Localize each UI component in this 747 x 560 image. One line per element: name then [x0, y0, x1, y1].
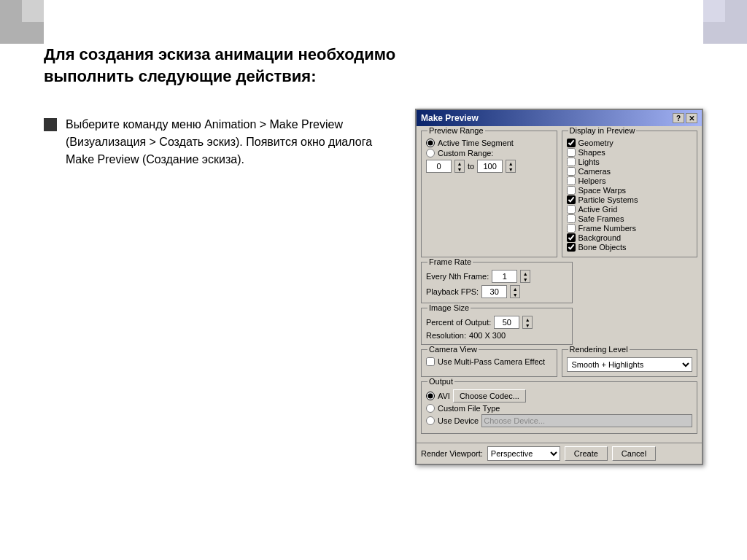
resolution-label: Resolution: — [426, 331, 466, 340]
preview-range-label: Preview Range — [427, 126, 485, 135]
display-checkbox-background[interactable] — [567, 233, 576, 242]
custom-range-radio[interactable] — [426, 149, 435, 158]
display-checkbox-row: Particle Systems — [567, 195, 693, 204]
display-checkbox-geometry[interactable] — [567, 139, 576, 147]
render-viewport-select[interactable]: Perspective Top Front Left Camera User — [487, 446, 560, 461]
playback-fps-up[interactable]: ▲ — [511, 286, 519, 292]
percent-row: Percent of Output: ▲ ▼ — [426, 316, 568, 329]
output-custom-label: Custom File Type — [438, 404, 500, 413]
display-checkbox-label: Bone Objects — [578, 243, 627, 252]
display-checkbox-label: Background — [578, 233, 622, 242]
heading-line2: выполнить следующие действия: — [44, 67, 316, 85]
frame-rate-label: Frame Rate — [427, 257, 473, 266]
display-checkbox-row: Space Warps — [567, 186, 693, 195]
text-block: Выберите команду меню Animation > Make P… — [44, 109, 393, 168]
custom-range-radio-row: Custom Range: — [426, 149, 552, 158]
every-nth-arrows: ▲ ▼ — [520, 270, 530, 283]
output-custom-radio[interactable] — [426, 404, 435, 413]
percent-input[interactable] — [494, 316, 519, 329]
bullet-icon — [44, 118, 57, 131]
percent-label: Percent of Output: — [426, 318, 491, 327]
range-to-input[interactable] — [477, 160, 503, 173]
camera-view-group: Camera View Use Multi-Pass Camera Effect — [421, 349, 557, 377]
camera-view-label: Camera View — [427, 345, 479, 354]
frame-rate-group: Frame Rate Every Nth Frame: ▲ ▼ — [421, 262, 573, 303]
create-button[interactable]: Create — [565, 446, 608, 461]
titlebar-buttons: ? ✕ — [673, 113, 697, 123]
playback-fps-arrows: ▲ ▼ — [510, 285, 520, 298]
corner-decoration-tl — [0, 0, 44, 44]
output-device-radio[interactable] — [426, 416, 435, 425]
every-nth-row: Every Nth Frame: ▲ ▼ — [426, 270, 568, 283]
display-checkbox-label: Particle Systems — [578, 195, 638, 204]
display-checkbox-row: Geometry — [567, 139, 693, 147]
display-checkbox-label: Geometry — [578, 139, 614, 147]
display-checkbox-row: Helpers — [567, 176, 693, 185]
range-to-down[interactable]: ▼ — [506, 166, 515, 172]
display-checkbox-shapes[interactable] — [567, 148, 576, 157]
page-heading: Для создания эскиза анимации необходимо … — [44, 44, 703, 87]
display-checkbox-label: Shapes — [578, 148, 605, 157]
display-checkbox-frame-numbers[interactable] — [567, 224, 576, 233]
output-group: Output AVI Choose Codec... Custom File T… — [421, 381, 697, 434]
every-nth-label: Every Nth Frame: — [426, 272, 489, 281]
display-checkbox-particle-systems[interactable] — [567, 195, 576, 204]
display-checkbox-row: Bone Objects — [567, 243, 693, 252]
display-checkbox-lights[interactable] — [567, 158, 576, 166]
range-from-input[interactable] — [426, 160, 452, 173]
display-checkbox-bone-objects[interactable] — [567, 243, 576, 252]
percent-arrows: ▲ ▼ — [522, 316, 533, 329]
rendering-level-select[interactable]: Smooth + Highlights Smooth Facets + High… — [567, 357, 693, 372]
output-device-row: Use Device — [426, 414, 692, 427]
multipass-camera-checkbox[interactable] — [426, 357, 435, 366]
every-nth-up[interactable]: ▲ — [521, 271, 530, 276]
percent-down[interactable]: ▼ — [523, 322, 532, 328]
bullet-text: Выберите команду меню Animation > Make P… — [66, 116, 393, 168]
resolution-value: 400 X 300 — [469, 331, 506, 340]
range-from-up[interactable]: ▲ — [455, 160, 464, 166]
help-button[interactable]: ? — [673, 113, 684, 123]
camera-rendering-row: Camera View Use Multi-Pass Camera Effect… — [421, 349, 697, 377]
output-avi-radio[interactable] — [426, 392, 435, 400]
active-time-radio[interactable] — [426, 139, 435, 147]
every-nth-input[interactable] — [492, 270, 517, 283]
close-button[interactable]: ✕ — [686, 113, 697, 123]
display-checkbox-label: Helpers — [578, 176, 606, 185]
range-spinner-row: ▲ ▼ to ▲ ▼ — [426, 160, 552, 173]
output-custom-row: Custom File Type — [426, 404, 692, 413]
display-checkbox-label: Active Grid — [578, 205, 618, 214]
display-checkbox-active-grid[interactable] — [567, 205, 576, 214]
display-checkbox-cameras[interactable] — [567, 167, 576, 176]
image-size-label: Image Size — [427, 303, 471, 312]
output-device-label: Use Device — [438, 416, 479, 425]
to-label: to — [468, 162, 474, 171]
display-checkbox-row: Lights — [567, 158, 693, 166]
playback-fps-input[interactable] — [481, 285, 507, 298]
every-nth-down[interactable]: ▼ — [521, 276, 530, 282]
percent-up[interactable]: ▲ — [523, 316, 532, 322]
playback-fps-down[interactable]: ▼ — [511, 292, 519, 298]
cancel-button[interactable]: Cancel — [612, 446, 656, 461]
display-in-preview-group: Display in Preview GeometryShapesLightsC… — [562, 131, 698, 257]
active-time-radio-row: Active Time Segment — [426, 139, 552, 147]
bullet-item: Выберите команду меню Animation > Make P… — [44, 116, 393, 168]
playback-fps-row: Playback FPS: ▲ ▼ — [426, 285, 568, 298]
display-checkbox-label: Cameras — [578, 167, 611, 176]
output-avi-label: AVI — [438, 392, 450, 400]
range-from-arrows: ▲ ▼ — [454, 160, 465, 173]
display-checkbox-row: Frame Numbers — [567, 224, 693, 233]
rendering-level-label: Rendering Level — [568, 345, 630, 354]
display-checkbox-row: Cameras — [567, 167, 693, 176]
multipass-camera-label: Use Multi-Pass Camera Effect — [438, 357, 545, 366]
output-avi-row: AVI Choose Codec... — [426, 389, 692, 402]
range-from-down[interactable]: ▼ — [455, 166, 464, 172]
heading-line1: Для создания эскиза анимации необходимо — [44, 45, 395, 63]
range-to-up[interactable]: ▲ — [506, 160, 515, 166]
dialog-bottom-bar: Render Viewport: Perspective Top Front L… — [417, 443, 702, 464]
display-checkbox-space-warps[interactable] — [567, 186, 576, 195]
choose-codec-button[interactable]: Choose Codec... — [453, 389, 526, 402]
output-label: Output — [427, 377, 454, 386]
display-checkbox-safe-frames[interactable] — [567, 214, 576, 223]
display-checkbox-helpers[interactable] — [567, 176, 576, 185]
display-checkbox-row: Shapes — [567, 148, 693, 157]
